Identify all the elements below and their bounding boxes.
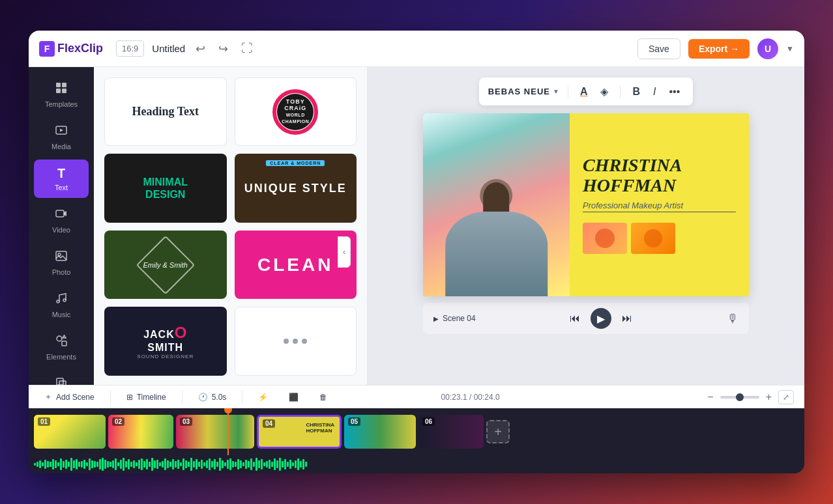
heading-card-text: Heading Text — [132, 105, 199, 119]
waveform-bar — [128, 459, 130, 469]
mic-button[interactable]: 🎙 — [727, 312, 738, 326]
play-icon: ▶ — [597, 313, 605, 325]
split-button[interactable]: ⚡ — [253, 390, 273, 404]
sidebar-item-text[interactable]: T Text — [34, 160, 89, 198]
save-button[interactable]: Save — [637, 38, 680, 59]
waveform-bar — [146, 459, 148, 469]
play-button[interactable]: ▶ — [591, 308, 611, 329]
timeline-label: Timeline — [137, 393, 166, 402]
waveform-bar — [196, 459, 197, 469]
waveform-bar — [34, 463, 36, 466]
avatar-chevron[interactable]: ▼ — [786, 44, 794, 53]
zoom-out-button[interactable]: − — [706, 390, 714, 404]
waveform-bar — [185, 460, 187, 468]
template-card-heading[interactable]: Heading Text — [104, 77, 227, 146]
waveform-bar — [248, 461, 250, 468]
next-scene-button[interactable]: ⏭ — [619, 310, 635, 327]
waveform-bar — [216, 462, 218, 467]
zoom-slider-thumb[interactable] — [736, 393, 744, 401]
waveform-bar — [149, 462, 151, 467]
waveform-bar — [175, 461, 177, 468]
strip-number-01: 01 — [38, 417, 50, 426]
waveform-bar — [274, 458, 276, 470]
aspect-ratio-selector[interactable]: 16:9 — [116, 40, 144, 57]
redo-button[interactable]: ↪ — [216, 39, 231, 59]
waveform-bar — [292, 462, 294, 466]
duration-label: 5.0s — [212, 393, 227, 402]
highlight-button[interactable]: ◈ — [596, 83, 612, 100]
canvas-area: BEBAS NEUE ▼ A ◈ B I ••• — [368, 67, 804, 385]
svg-rect-11 — [62, 341, 66, 346]
delete-button[interactable]: 🗑 — [314, 390, 332, 404]
more-options-button[interactable]: ••• — [665, 83, 684, 100]
copy-button[interactable]: ⬛ — [284, 390, 304, 404]
sidebar-item-music[interactable]: Music — [34, 285, 89, 325]
prev-scene-button[interactable]: ⏮ — [567, 310, 583, 327]
timeline-strip-06[interactable]: 06 — [418, 415, 484, 449]
timeline-strip-03[interactable]: 03 — [176, 415, 254, 449]
template-card-emily[interactable]: Emily & Smith — [104, 231, 227, 299]
sidebar-label-media: Media — [51, 143, 71, 150]
template-card-jack[interactable]: JACKOSMITH SOUND DESIGNER — [104, 307, 227, 375]
waveform-bar — [284, 459, 286, 469]
document-title[interactable]: Untitled — [152, 43, 185, 54]
waveform-bars — [34, 455, 799, 473]
waveform-bar — [57, 462, 59, 466]
duration-button[interactable]: 🕐 5.0s — [193, 390, 232, 404]
minimal-card-text: MINIMAL DESIGN — [143, 176, 188, 201]
sidebar-item-templates[interactable]: Templates — [34, 75, 89, 115]
add-scene-label: Add Scene — [56, 393, 95, 402]
text-color-button[interactable]: A — [576, 83, 592, 100]
waveform-bar — [110, 462, 111, 467]
font-selector[interactable]: BEBAS NEUE ▼ — [488, 87, 560, 96]
waveform-bar — [156, 460, 158, 469]
timeline-strip-02[interactable]: 02 — [108, 415, 173, 449]
add-scene-button[interactable]: ＋ Add Scene — [39, 389, 100, 405]
sidebar-item-elements[interactable]: Elements — [34, 328, 89, 367]
canvas-subtitle[interactable]: Professional Makeup Artist — [583, 201, 736, 212]
template-card-minimal[interactable]: MINIMAL DESIGN — [104, 154, 227, 222]
dot-1 — [284, 339, 289, 344]
timeline-strip-05[interactable]: 05 — [344, 415, 416, 449]
waveform-bar — [276, 460, 278, 468]
jack-name: JACKOSMITH — [137, 324, 194, 354]
jack-sub: SOUND DESIGNER — [137, 354, 194, 359]
expand-timeline-button[interactable]: ⤢ — [778, 390, 794, 404]
waveform-bar — [261, 459, 263, 469]
panel-collapse-button[interactable]: ‹ — [338, 236, 351, 268]
sidebar-item-overlays[interactable]: Overlays — [34, 370, 89, 385]
fullscreen-button[interactable]: ⛶ — [239, 39, 256, 58]
canvas-photo-area — [423, 113, 570, 296]
title-area: Untitled ↩ ↪ ⛶ — [152, 39, 630, 59]
sidebar-item-video[interactable]: Video — [34, 201, 89, 240]
waveform-bar — [151, 458, 153, 471]
avatar[interactable]: U — [757, 38, 778, 59]
timeline-strip-01[interactable]: 01 — [34, 415, 106, 449]
timeline-strip-04[interactable]: 04 CHRISTINAHOFFMAN — [257, 415, 342, 449]
waveform-area — [29, 455, 804, 473]
thumb2-bg — [631, 223, 675, 254]
waveform-bar — [94, 461, 96, 468]
zoom-in-button[interactable]: + — [765, 390, 773, 404]
italic-button[interactable]: I — [649, 83, 660, 100]
topbar: F FlexClip 16:9 Untitled ↩ ↪ ⛶ Save Expo… — [29, 31, 804, 67]
template-card-dots[interactable] — [235, 307, 357, 375]
unique-label: CLEAR & MODERN — [266, 160, 325, 166]
template-card-unique[interactable]: CLEAR & MODERN UNIQUE STYLE — [235, 154, 357, 222]
zoom-slider[interactable] — [720, 396, 759, 399]
template-card-toby[interactable]: TOBYCRAiGWORLD CHAMPION — [235, 77, 357, 146]
export-button[interactable]: Export → — [688, 39, 750, 59]
sidebar-item-photo[interactable]: Photo — [34, 243, 89, 283]
waveform-bar — [39, 460, 41, 468]
waveform-bar — [229, 458, 231, 470]
scene-label: ▶ Scene 04 — [433, 314, 476, 323]
timeline-add-button[interactable]: + — [486, 420, 510, 443]
bold-button[interactable]: B — [628, 83, 644, 100]
timeline-button[interactable]: ⊞ Timeline — [121, 390, 171, 404]
toby-inner: TOBYCRAiGWORLD CHAMPION — [272, 89, 318, 135]
sidebar-label-elements: Elements — [46, 353, 76, 361]
waveform-bar — [47, 461, 49, 468]
undo-button[interactable]: ↩ — [193, 39, 208, 59]
waveform-bar — [256, 458, 257, 471]
sidebar-item-media[interactable]: Media — [34, 117, 89, 157]
